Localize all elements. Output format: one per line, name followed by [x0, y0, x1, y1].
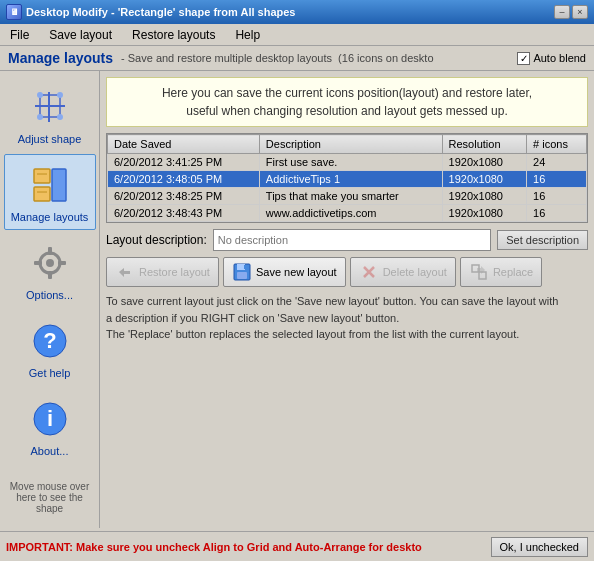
auto-blend-section: Auto blend — [517, 52, 586, 65]
sidebar-item-get-help[interactable]: ? Get help — [4, 310, 96, 386]
svg-rect-17 — [58, 261, 66, 265]
sidebar-item-about[interactable]: i About... — [4, 388, 96, 464]
menu-help[interactable]: Help — [229, 26, 266, 44]
svg-rect-15 — [48, 271, 52, 279]
svg-rect-16 — [34, 261, 42, 265]
col-icons[interactable]: # icons — [527, 135, 587, 154]
sidebar-item-adjust-shape[interactable]: Adjust shape — [4, 76, 96, 152]
action-buttons-row: Restore layout Save new layout — [100, 255, 594, 289]
svg-text:i: i — [46, 406, 52, 431]
adjust-shape-label: Adjust shape — [18, 133, 82, 145]
svg-rect-14 — [48, 247, 52, 255]
options-icon — [26, 239, 74, 287]
menu-restore-layouts[interactable]: Restore layouts — [126, 26, 221, 44]
save-new-layout-button[interactable]: Save new layout — [223, 257, 346, 287]
sidebar-item-manage-layouts[interactable]: Manage layouts — [4, 154, 96, 230]
svg-rect-8 — [34, 187, 50, 201]
svg-rect-27 — [479, 272, 486, 279]
minimize-button[interactable]: – — [554, 5, 570, 19]
get-help-icon: ? — [26, 317, 74, 365]
svg-rect-9 — [52, 169, 66, 201]
title-controls[interactable]: – × — [554, 5, 588, 19]
auto-blend-label: Auto blend — [533, 52, 586, 64]
table-row[interactable]: 6/20/2012 3:48:43 PM www.addictivetips.c… — [108, 205, 587, 222]
bottom-message: IMPORTANT: Make sure you uncheck Align t… — [6, 541, 485, 553]
options-label: Options... — [26, 289, 73, 301]
save-new-layout-icon — [232, 262, 252, 282]
adjust-shape-icon — [26, 83, 74, 131]
col-description[interactable]: Description — [259, 135, 442, 154]
get-help-label: Get help — [29, 367, 71, 379]
svg-rect-24 — [237, 272, 247, 279]
main-layout: Adjust shape Manage layouts — [0, 71, 594, 528]
svg-text:?: ? — [43, 328, 56, 353]
menu-save-layout[interactable]: Save layout — [43, 26, 118, 44]
table-row[interactable]: 6/20/2012 3:48:25 PM Tips that make you … — [108, 188, 587, 205]
restore-layout-icon — [115, 262, 135, 282]
sidebar-tooltip: Move mouse over here to see the shape — [0, 477, 99, 518]
svg-point-6 — [57, 114, 63, 120]
about-label: About... — [31, 445, 69, 457]
svg-rect-7 — [34, 169, 50, 183]
page-header: Manage layouts - Save and restore multip… — [0, 46, 594, 71]
svg-point-5 — [37, 114, 43, 120]
layouts-table-wrapper: Date Saved Description Resolution # icon… — [106, 133, 588, 223]
delete-layout-button[interactable]: Delete layout — [350, 257, 456, 287]
col-resolution[interactable]: Resolution — [442, 135, 526, 154]
about-icon: i — [26, 395, 74, 443]
title-text: Desktop Modify - 'Rectangle' shape from … — [26, 6, 296, 18]
title-bar: 🖥 Desktop Modify - 'Rectangle' shape fro… — [0, 0, 594, 24]
layout-desc-row: Layout description: Set description — [100, 223, 594, 255]
manage-layouts-label: Manage layouts — [11, 211, 89, 223]
content-area: Here you can save the current icons posi… — [100, 71, 594, 528]
info-box-text: Here you can save the current icons posi… — [117, 84, 577, 120]
table-row[interactable]: 6/20/2012 3:41:25 PM First use save. 192… — [108, 154, 587, 171]
sidebar-item-options[interactable]: Options... — [4, 232, 96, 308]
close-button[interactable]: × — [572, 5, 588, 19]
menu-bar: File Save layout Restore layouts Help — [0, 24, 594, 46]
svg-point-3 — [37, 92, 43, 98]
page-subtitle: - Save and restore multiple desktop layo… — [121, 52, 433, 64]
manage-layouts-icon — [26, 161, 74, 209]
page-title: Manage layouts — [8, 50, 113, 66]
replace-button[interactable]: Replace — [460, 257, 542, 287]
svg-point-13 — [46, 259, 54, 267]
app-icon: 🖥 — [6, 4, 22, 20]
svg-point-4 — [57, 92, 63, 98]
col-date-saved[interactable]: Date Saved — [108, 135, 260, 154]
auto-blend-checkbox[interactable] — [517, 52, 530, 65]
ok-unchecked-button[interactable]: Ok, I unchecked — [491, 537, 589, 557]
info-box: Here you can save the current icons posi… — [106, 77, 588, 127]
delete-layout-icon — [359, 262, 379, 282]
title-bar-left: 🖥 Desktop Modify - 'Rectangle' shape fro… — [6, 4, 296, 20]
bottom-bar: IMPORTANT: Make sure you uncheck Align t… — [0, 531, 594, 561]
sidebar: Adjust shape Manage layouts — [0, 71, 100, 528]
svg-rect-25 — [244, 265, 246, 269]
restore-layout-button[interactable]: Restore layout — [106, 257, 219, 287]
set-description-button[interactable]: Set description — [497, 230, 588, 250]
layout-desc-input[interactable] — [213, 229, 492, 251]
replace-icon — [469, 262, 489, 282]
menu-file[interactable]: File — [4, 26, 35, 44]
svg-rect-23 — [237, 264, 245, 270]
table-row[interactable]: 6/20/2012 3:48:05 PM AddictiveTips 1 192… — [108, 171, 587, 188]
layouts-table: Date Saved Description Resolution # icon… — [107, 134, 587, 222]
layout-desc-label: Layout description: — [106, 233, 207, 247]
help-text: To save current layout just click on the… — [106, 293, 588, 343]
